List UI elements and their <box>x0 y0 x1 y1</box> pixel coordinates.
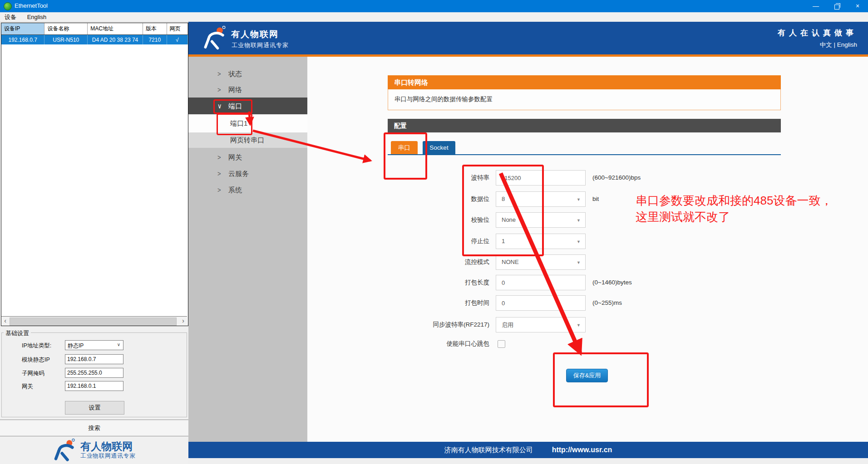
form-row-heartbeat: 使能串口心跳包 <box>307 340 852 347</box>
subnet-mask-field[interactable] <box>65 368 123 378</box>
form-row-databits: 数据位 8 ▼ bit <box>307 191 852 207</box>
packlength-label: 打包长度 <box>307 275 489 290</box>
col-device-name[interactable]: 设备名称 <box>44 23 88 35</box>
footer-url[interactable]: http://www.usr.cn <box>552 446 612 454</box>
form-row-syncbaud: 同步波特率(RF2217) 启用 ▼ <box>307 317 852 332</box>
content-background <box>307 57 868 442</box>
device-ip: 192.168.0.7 <box>1 35 44 45</box>
close-button[interactable]: × <box>847 0 868 12</box>
restore-icon <box>834 5 839 10</box>
device-table: 设备IP 设备名称 MAC地址 版本 网页 192.168.0.7 USR-N5… <box>1 23 188 44</box>
webview: 有人物联网 工业物联网通讯专家 有人在认真做事 中文 | English > 状… <box>188 22 868 464</box>
chevron-right-icon: > <box>217 181 221 199</box>
device-row[interactable]: 192.168.0.7 USR-N510 D4 AD 20 38 23 74 7… <box>1 35 188 45</box>
menu-device[interactable]: 设备 <box>0 12 21 22</box>
device-version: 7210 <box>143 35 167 45</box>
gateway-field[interactable] <box>65 381 123 391</box>
static-ip-field[interactable] <box>65 354 123 364</box>
minimize-button[interactable]: — <box>805 0 826 12</box>
usr-logo: 有人物联网 工业物联网通讯专家 <box>0 436 188 464</box>
heartbeat-label: 使能串口心跳包 <box>307 340 489 347</box>
flowcontrol-label: 流控模式 <box>307 254 489 270</box>
dropdown-icon: ▼ <box>577 260 581 265</box>
packtime-field[interactable] <box>496 295 586 311</box>
chevron-down-icon: ∨ <box>217 96 222 116</box>
form-row-baudrate: 波特率 (600~921600)bps <box>307 170 852 186</box>
sidebar-item-cloud[interactable]: > 云服务 <box>188 166 307 181</box>
web-header: 有人物联网 工业物联网通讯专家 有人在认真做事 中文 | English <box>188 22 868 54</box>
databits-select[interactable]: 8 ▼ <box>496 191 586 207</box>
form-row-packtime: 打包时间 (0~255)ms <box>307 295 852 311</box>
chevron-right-icon: > <box>217 164 221 182</box>
chevron-down-icon: ∨ <box>117 342 120 347</box>
restore-button[interactable] <box>826 0 847 12</box>
sidebar-item-network[interactable]: > 网络 <box>188 82 307 98</box>
scroll-left-icon[interactable]: ‹ <box>1 317 9 326</box>
tab-socket[interactable]: Socket <box>423 141 455 155</box>
usr-logo-slogan: 工业物联网通讯专家 <box>80 452 136 460</box>
sidebar-item-gateway[interactable]: > 网关 <box>188 149 307 165</box>
gateway-label: 网关 <box>22 381 33 392</box>
form-row-flowcontrol: 流控模式 NONE ▼ <box>307 254 852 270</box>
menubar: 设备 English <box>0 12 868 22</box>
stopbits-select[interactable]: 1 ▼ <box>496 234 586 249</box>
col-version[interactable]: 版本 <box>143 23 167 35</box>
page-title: 串口转网络 <box>388 75 781 89</box>
baudrate-hint: (600~921600)bps <box>592 170 641 186</box>
device-webpage-link-icon[interactable]: √ <box>167 35 187 45</box>
packtime-label: 打包时间 <box>307 295 489 311</box>
web-brand-name: 有人物联网 <box>231 29 279 40</box>
col-device-ip[interactable]: 设备IP <box>1 23 44 35</box>
flowcontrol-select[interactable]: NONE ▼ <box>496 254 586 270</box>
device-list-panel: 设备IP 设备名称 MAC地址 版本 网页 192.168.0.7 USR-N5… <box>1 23 188 326</box>
subnet-mask-label: 子网掩码 <box>22 368 44 379</box>
col-mac[interactable]: MAC地址 <box>88 23 143 35</box>
footer-company: 济南有人物联网技术有限公司 <box>444 446 533 454</box>
ip-type-value: 静态IP <box>68 342 84 350</box>
parity-label: 校验位 <box>307 212 489 228</box>
usr-logo-name: 有人物联网 <box>80 441 136 452</box>
scroll-right-icon[interactable]: › <box>179 317 187 326</box>
packlength-field[interactable] <box>496 275 586 290</box>
chevron-right-icon: > <box>217 148 221 166</box>
dropdown-icon: ▼ <box>577 197 581 202</box>
ip-type-select[interactable]: 静态IP ∨ <box>65 340 123 350</box>
sidebar-item-port[interactable]: ∨ 端口 <box>188 98 307 114</box>
window-title: EthernetTool <box>15 2 48 9</box>
device-mac: D4 AD 20 38 23 74 <box>88 35 143 45</box>
horizontal-scrollbar[interactable]: ‹ › <box>1 316 187 326</box>
dropdown-icon: ▼ <box>577 218 581 223</box>
heartbeat-checkbox[interactable] <box>498 340 505 348</box>
databits-label: 数据位 <box>307 191 489 207</box>
form-row-packlength: 打包长度 (0~1460)bytes <box>307 275 852 290</box>
sidebar-item-status[interactable]: > 状态 <box>188 66 307 82</box>
stopbits-label: 停止位 <box>307 234 489 249</box>
titlebar: EthernetTool — × <box>0 0 868 12</box>
baudrate-field[interactable] <box>496 170 586 186</box>
sidebar-item-web-to-serial[interactable]: 网页转串口 <box>188 132 307 148</box>
dropdown-icon: ▼ <box>577 239 581 244</box>
ip-type-label: IP地址类型: <box>22 340 51 351</box>
databits-hint: bit <box>592 191 599 207</box>
form-row-stopbits: 停止位 1 ▼ <box>307 234 852 249</box>
device-name: USR-N510 <box>44 35 88 45</box>
col-webpage[interactable]: 网页 <box>167 23 187 35</box>
syncbaud-select[interactable]: 启用 ▼ <box>496 317 586 332</box>
tab-serial[interactable]: 串口 <box>391 141 418 155</box>
save-apply-button[interactable]: 保存&应用 <box>566 369 608 382</box>
config-section-title: 配置 <box>388 119 781 132</box>
search-button[interactable]: 搜索 <box>0 420 188 436</box>
minimize-icon: — <box>813 2 819 10</box>
tab-underline <box>388 154 781 155</box>
language-switch[interactable]: 中文 | English <box>820 41 857 49</box>
scrollbar-thumb[interactable] <box>10 317 177 326</box>
parity-select[interactable]: None ▼ <box>496 212 586 228</box>
web-tagline: 有人在认真做事 <box>778 28 857 38</box>
usr-logo-icon <box>53 439 76 462</box>
menu-english[interactable]: English <box>23 13 51 21</box>
syncbaud-label: 同步波特率(RF2217) <box>307 317 489 332</box>
sidebar-item-system[interactable]: > 系统 <box>188 182 307 198</box>
set-button[interactable]: 设置 <box>65 401 124 415</box>
static-ip-label: 模块静态IP <box>22 354 50 365</box>
sidebar-item-port1[interactable]: 端口1 <box>188 114 307 132</box>
